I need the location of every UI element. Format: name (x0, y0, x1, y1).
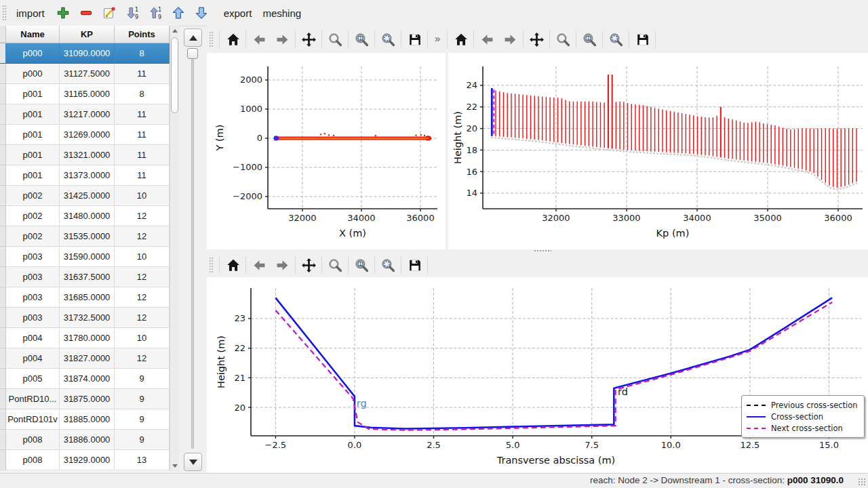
cell-name[interactable]: p003 (6, 247, 60, 267)
row-header[interactable] (0, 247, 6, 267)
back-button[interactable] (248, 255, 271, 275)
cell-name[interactable]: p003 (6, 287, 60, 308)
cell-points[interactable]: 11 (115, 125, 170, 145)
row-header[interactable] (0, 369, 6, 389)
cell-points[interactable]: 12 (115, 308, 170, 328)
next-section-button[interactable] (184, 453, 202, 471)
table-row[interactable]: p00531874.00009 (0, 369, 170, 389)
table-row[interactable]: p00131217.000011 (0, 104, 170, 125)
back-button[interactable] (475, 29, 498, 49)
cell-name[interactable]: p008 (6, 450, 60, 470)
table-row[interactable]: p00431780.000010 (0, 328, 170, 348)
cell-name[interactable]: p000 (6, 43, 60, 64)
table-scrollbar[interactable] (170, 26, 179, 471)
pan-button[interactable] (525, 29, 548, 49)
row-header[interactable] (0, 104, 6, 125)
table-row[interactable]: PontRD10...31875.00009 (0, 389, 170, 409)
cell-name[interactable]: p002 (6, 186, 60, 206)
scroll-down-button[interactable] (170, 461, 180, 471)
cell-kp[interactable]: 31535.0000 (60, 226, 115, 247)
import-button[interactable]: import (11, 4, 50, 22)
cell-kp[interactable]: 31875.0000 (60, 389, 115, 409)
zoom-rect-button[interactable] (604, 29, 627, 49)
cell-kp[interactable]: 31885.0000 (60, 409, 115, 430)
column-header-kp[interactable]: KP (60, 26, 115, 43)
save-button[interactable] (631, 29, 654, 49)
cell-points[interactable]: 12 (115, 267, 170, 287)
row-header[interactable] (0, 450, 6, 470)
plan-view-plot[interactable]: 320003400036000200010000−1000−2000X (m)Y… (207, 53, 446, 249)
edit-cross-section-button[interactable] (99, 3, 119, 23)
move-up-button[interactable] (168, 3, 189, 23)
longitudinal-profile-plot[interactable]: 3200033000340003500036000141618202224Kp … (448, 53, 868, 249)
cell-points[interactable]: 12 (115, 348, 170, 369)
cell-points[interactable]: 9 (115, 369, 170, 389)
zoom-original-button[interactable]: 1 (350, 255, 373, 275)
cell-points[interactable]: 9 (115, 409, 170, 430)
cell-name[interactable]: p001 (6, 145, 60, 165)
table-row[interactable]: p00331732.500012 (0, 308, 170, 328)
home-button[interactable] (221, 29, 244, 49)
table-row[interactable]: p00331590.000010 (0, 247, 170, 267)
cell-kp[interactable]: 31780.0000 (60, 328, 115, 348)
cell-points[interactable]: 11 (115, 104, 170, 125)
toolbar-grip[interactable] (209, 31, 214, 47)
cell-name[interactable]: p003 (6, 308, 60, 328)
row-header[interactable] (0, 84, 6, 104)
add-cross-section-button[interactable] (53, 3, 73, 23)
row-header[interactable] (0, 43, 6, 64)
cell-kp[interactable]: 31425.0000 (60, 186, 115, 206)
cell-kp[interactable]: 31886.0000 (60, 430, 115, 450)
row-header[interactable] (0, 145, 6, 165)
cell-name[interactable]: PontRD10... (6, 389, 60, 409)
scrollbar-thumb[interactable] (171, 37, 178, 113)
cell-kp[interactable]: 31165.0000 (60, 84, 115, 104)
row-header[interactable] (0, 409, 6, 430)
cell-name[interactable]: p002 (6, 226, 60, 247)
row-header[interactable] (0, 64, 6, 84)
row-header[interactable] (0, 348, 6, 369)
table-row[interactable]: p00031090.00008 (0, 43, 170, 64)
table-row[interactable]: p00231425.000010 (0, 186, 170, 206)
scroll-up-button[interactable] (170, 26, 180, 36)
sort-ascending-button[interactable]: 1 9 (145, 3, 165, 23)
section-slider-track[interactable] (191, 50, 194, 449)
toolbar-grip[interactable] (2, 5, 7, 21)
cell-kp[interactable]: 31874.0000 (60, 369, 115, 389)
meshing-button[interactable]: meshing (257, 4, 307, 22)
table-row[interactable]: p00431827.000012 (0, 348, 170, 369)
cell-name[interactable]: p001 (6, 125, 60, 145)
save-button[interactable] (403, 29, 426, 49)
forward-button[interactable] (271, 29, 294, 49)
sort-descending-button[interactable]: 1 9 (122, 3, 142, 23)
cell-kp[interactable]: 31217.0000 (60, 104, 115, 125)
splitter-handle[interactable] (534, 249, 551, 252)
pan-button[interactable] (297, 29, 320, 49)
cell-points[interactable]: 11 (115, 145, 170, 165)
cell-points[interactable]: 9 (115, 389, 170, 409)
zoom-button[interactable] (323, 255, 347, 275)
row-header[interactable] (0, 389, 6, 409)
cell-name[interactable]: p000 (6, 64, 60, 84)
zoom-button[interactable] (323, 29, 347, 49)
export-button[interactable]: export (218, 4, 258, 22)
remove-cross-section-button[interactable] (76, 3, 96, 23)
cell-points[interactable]: 9 (115, 430, 170, 450)
row-header[interactable] (0, 287, 6, 308)
cell-kp[interactable]: 31732.5000 (60, 308, 115, 328)
row-header[interactable] (0, 125, 6, 145)
cell-points[interactable]: 10 (115, 186, 170, 206)
cell-kp[interactable]: 31480.0000 (60, 206, 115, 226)
toolbar-overflow-button[interactable]: » (435, 33, 440, 44)
cell-name[interactable]: p001 (6, 104, 60, 125)
save-button[interactable] (403, 255, 426, 275)
move-down-button[interactable] (191, 3, 212, 23)
back-button[interactable] (248, 29, 271, 49)
cell-points[interactable]: 12 (115, 206, 170, 226)
zoom-original-button[interactable]: 1 (350, 29, 373, 49)
table-row[interactable]: p00331637.500012 (0, 267, 170, 287)
table-row[interactable]: p00331685.000012 (0, 287, 170, 308)
column-header-name[interactable]: Name (6, 26, 60, 43)
previous-section-button[interactable] (184, 28, 202, 47)
row-header[interactable] (0, 328, 6, 348)
